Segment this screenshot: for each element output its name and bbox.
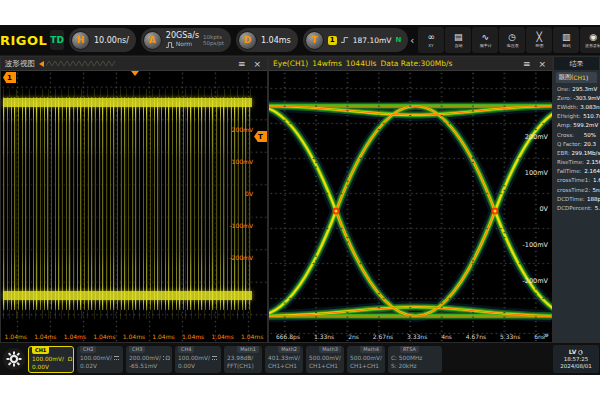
- channel-cards: CH2 100.00mV/ 0.02V CH3 200.00mV/Ω -65.5…: [77, 346, 221, 373]
- measurement-value: 3.083ns: [581, 104, 600, 110]
- waveform-grid-area: 1 T 200mV100mV0V-100mV-200mV 1.04ms1.04m…: [1, 71, 267, 342]
- xy-mode-icon[interactable]: ∞ XY: [418, 27, 444, 53]
- eye-grid-area: 200mV100mV0V-100mV-200mV 666.8ps1.33ns2n…: [269, 71, 552, 342]
- math-scale: 23.98dB/: [227, 354, 253, 363]
- measurement-value: 599.2mV: [574, 122, 599, 128]
- acquire-mode: Norm: [176, 41, 192, 48]
- measurement-row: EBR: 299.1Mb/s: [554, 148, 599, 157]
- waveform-panel-title: 波形视图: [5, 59, 35, 69]
- measurement-row: EWidth: 3.083ns: [554, 102, 599, 111]
- ch1-tab: CH1: [32, 347, 49, 354]
- measurement-value: 1.66ns: [593, 178, 600, 184]
- decode-icon[interactable]: ▥ 解码: [553, 27, 579, 53]
- tool-glyph: ▤: [454, 33, 463, 42]
- channel-tab: CH2: [80, 346, 96, 353]
- channel-card[interactable]: CH3 200.00mV/Ω -65.51mV: [126, 346, 172, 373]
- eye-close-icon[interactable]: ×: [536, 59, 548, 69]
- dc-coupling-icon: [114, 356, 119, 360]
- system-status-box: LV 18:57:25 2024/08/01: [553, 345, 599, 373]
- frequency-counter-icon[interactable]: ∿ 频率计: [472, 27, 498, 53]
- y-axis-label: 0V: [245, 191, 253, 197]
- measurement-value: 2.164ns: [584, 168, 600, 174]
- eye-diagram-icon[interactable]: ╳ 眼图: [526, 27, 552, 53]
- y-axis-label: -100mV: [229, 223, 253, 229]
- rtsa-tab: RTSA: [400, 346, 419, 353]
- channel-impedance: Ω: [166, 354, 170, 363]
- horizontal-controls[interactable]: H 10.00ns/: [69, 28, 136, 52]
- eye-diagram-panel: Eye(CH1) 14wfms 1044UIs Data Rate:300Mb/…: [268, 56, 553, 343]
- storage-icon[interactable]: ▤ 存储: [445, 27, 471, 53]
- horizontal-knob[interactable]: H: [71, 31, 90, 50]
- x-axis-label: 1.04ms: [5, 333, 27, 340]
- math-tab: Math1: [237, 346, 259, 353]
- waveform-top-rail: [3, 98, 252, 107]
- channel-scale: 200.00mV/: [129, 354, 161, 363]
- eye-menu-icon[interactable]: ≡: [521, 59, 533, 69]
- channel-card[interactable]: CH4 100.00mV/ 0.00V: [175, 346, 221, 373]
- tools-scroll-left[interactable]: ‹: [410, 35, 414, 46]
- math-tab: Math3: [319, 346, 341, 353]
- channel-scale: 100.00mV/: [80, 354, 112, 363]
- measurement-row: FallTime: 2.164ns: [554, 167, 599, 176]
- results-tab-eye-ch1[interactable]: 眼图(CH1): [556, 72, 597, 83]
- channel-offset: -65.51mV: [129, 362, 157, 371]
- trigger-controls[interactable]: T 1 187.10mV N: [303, 28, 409, 52]
- settings-button[interactable]: [3, 348, 25, 370]
- delay-knob[interactable]: D: [238, 31, 257, 50]
- trigger-knob[interactable]: T: [305, 31, 324, 50]
- rtsa-card[interactable]: RTSA C: 500MHz S: 20kHz: [388, 346, 442, 373]
- voltmeter-icon[interactable]: ◷ 电压表: [499, 27, 525, 53]
- channel-offset: 0.00V: [178, 362, 195, 371]
- eye-y-axis-labels: 200mV100mV0V-100mV-200mV: [508, 134, 548, 284]
- trigger-position-marker[interactable]: [131, 71, 139, 76]
- math-tab: Math2: [278, 346, 300, 353]
- math-card[interactable]: Math1 23.98dB/ FFT(CH1): [224, 346, 262, 373]
- measurement-label: One:: [557, 86, 570, 92]
- measurement-row: EHeight: 510.7mV: [554, 112, 599, 121]
- measurement-row: crossTime2: 5ns: [554, 185, 599, 194]
- measurement-row: Zero: -303.9mV: [554, 93, 599, 102]
- channel-scale: 100.00mV/: [178, 354, 210, 363]
- measurement-value: 295.3mV: [572, 86, 597, 92]
- oscilloscope-screen: RIGOL TD H 10.00ns/ A 20GSa/s Norm 10kpt…: [0, 25, 600, 375]
- measurement-value: 20.3: [584, 141, 596, 147]
- eye-expand-menu-icon[interactable]: »: [543, 331, 549, 340]
- measurement-row: Q Factor: 20.3: [554, 139, 599, 148]
- measurement-value: 5.6%: [594, 205, 600, 211]
- x-axis-label: 4ns: [441, 333, 452, 340]
- measurement-value: -303.9mV: [574, 95, 600, 101]
- y-axis-label: 200mV: [232, 127, 253, 133]
- power-icon: [578, 350, 583, 355]
- tool-label: 波形录制: [585, 43, 600, 48]
- math-scale: 500.00mV/: [350, 354, 382, 363]
- waveform-record-icon[interactable]: ◉ 波形录制: [580, 27, 600, 53]
- gear-icon: [6, 351, 22, 367]
- channel-card-ch1[interactable]: CH1 100.00mV/Ω 0.00V: [28, 346, 74, 373]
- math-card[interactable]: Math3 500.00mV/ CH1+CH1: [306, 346, 344, 373]
- measurement-label: crossTime2:: [557, 187, 590, 193]
- x-axis-label: 4.67ns: [466, 333, 486, 340]
- delay-controls[interactable]: D 1.04ms: [236, 28, 298, 52]
- waveform-close-icon[interactable]: ×: [251, 59, 263, 69]
- measurement-label: EBR:: [557, 150, 570, 156]
- y-axis-label: 100mV: [232, 159, 253, 165]
- record-position-indicator[interactable]: [39, 59, 116, 68]
- measurement-label: Cross:: [557, 132, 574, 138]
- channel-card[interactable]: CH2 100.00mV/ 0.02V: [77, 346, 123, 373]
- x-axis-label: 1.04ms: [64, 333, 86, 340]
- sample-resolution: 50ps/pt: [203, 40, 224, 46]
- x-axis-label: 1.04ms: [182, 333, 204, 340]
- bottom-channel-bar: CH1 100.00mV/Ω 0.00V CH2 100.00mV/ 0.02V…: [0, 343, 600, 375]
- ch1-impedance: Ω: [68, 355, 72, 364]
- math-expression: CH1+CH1: [268, 362, 297, 371]
- tab-suffix: ): [586, 74, 588, 81]
- math-card[interactable]: Math2 401.33mV/ CH1+CH1: [265, 346, 303, 373]
- acquire-controls[interactable]: A 20GSa/s Norm 10kpts 50ps/pt: [141, 28, 231, 52]
- acquire-knob[interactable]: A: [143, 31, 162, 50]
- measurement-row: Amp: 599.2mV: [554, 121, 599, 130]
- waveform-menu-icon[interactable]: ≡: [236, 59, 248, 69]
- measurement-label: EHeight:: [557, 113, 581, 119]
- y-axis-label: -200mV: [522, 278, 548, 285]
- tool-glyph: ∞: [428, 33, 436, 42]
- math-card[interactable]: Math4 500.00mV/ CH1+CH1: [347, 346, 385, 373]
